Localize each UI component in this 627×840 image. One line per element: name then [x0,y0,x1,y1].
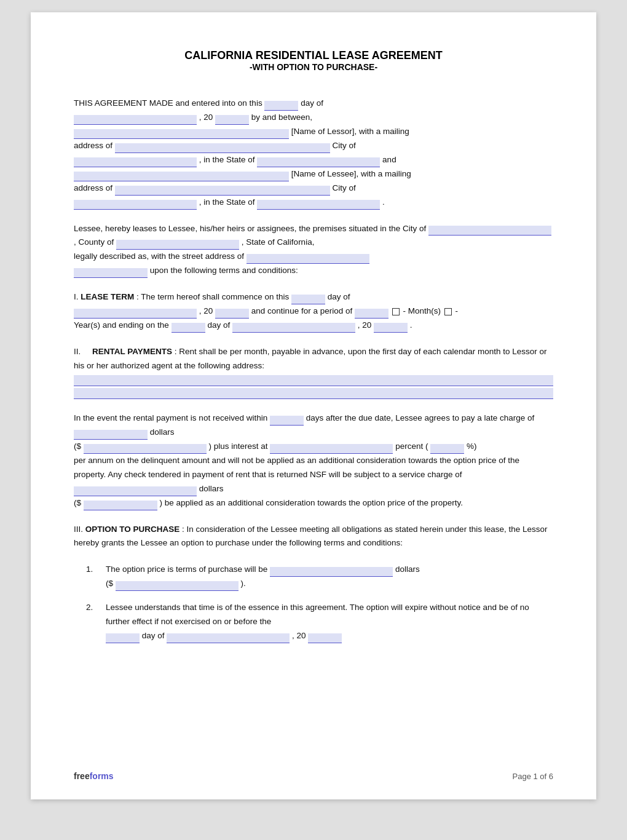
blank-rental-address2[interactable] [74,388,553,399]
state-of-label: , in the State of [199,155,255,164]
section1-comma20: , 20 [199,306,213,315]
blank-commence-day[interactable] [291,295,325,304]
late-per-annum: per annum on the delinquent amount and w… [74,456,519,479]
section1-years-label: Year(s) and ending on the [74,320,169,330]
footer: freeforms Page 1 of 6 [74,771,553,781]
lease-term-section: I. LEASE TERM : The term hereof shall co… [74,290,553,333]
page-number: Page 1 of 6 [513,772,554,781]
legally-label: legally described as, with the street ad… [74,252,244,261]
document-page: CALIFORNIA RESIDENTIAL LEASE AGREEMENT -… [31,12,596,799]
blank-city[interactable] [428,226,551,236]
late-dollars: dollars [150,427,175,437]
blank-rental-address1[interactable] [74,375,553,386]
blank-end-day[interactable] [172,323,205,333]
section1-day-of2: day of [207,320,230,330]
blank-nsf-amount[interactable] [84,501,157,510]
blank-day[interactable] [264,101,298,111]
list-section: 1. The option price is terms of purchase… [74,563,553,643]
blank-percent-value[interactable] [430,444,464,454]
late-days-after: days after the due date, Lessee agrees t… [306,413,535,422]
blank-commence-year[interactable] [215,309,249,319]
section1-text1: : The term hereof shall commence on this [136,292,289,301]
years-checkbox[interactable] [444,308,452,315]
blank-option-amount[interactable] [116,581,239,591]
blank-year[interactable] [215,115,249,125]
section3-heading: OPTION TO PURCHASE [85,525,180,534]
brand-free: free [74,771,90,781]
blank-month[interactable] [74,115,197,125]
list-num-2: 2. [86,601,98,643]
city-of2-label: City of [333,183,356,192]
title-section: CALIFORNIA RESIDENTIAL LEASE AGREEMENT -… [74,49,553,72]
brand-forms: forms [90,771,114,781]
blank-lessee-name[interactable] [74,172,289,181]
rental-payments-section: II. RENTAL PAYMENTS : Rent shall be per … [74,345,553,399]
list-num-1: 1. [86,563,98,591]
and-text: and [382,155,396,164]
document-subtitle: -WITH OPTION TO PURCHASE- [74,62,553,72]
section2-label: II. [74,347,81,356]
blank-lessor-name[interactable] [74,129,289,139]
late-percent-label: percent ( [395,442,428,451]
blank-lessor-address[interactable] [115,143,330,153]
list-item1-end: ). [241,579,246,588]
lessor-label: [Name of Lessor], with a mailing [291,127,409,136]
premises-section: Lessee, hereby leases to Lessee, his/her… [74,222,553,279]
premises-text1: Lessee, hereby leases to Lessee, his/her… [74,224,426,233]
document-title: CALIFORNIA RESIDENTIAL LEASE AGREEMENT [74,49,553,62]
blank-expire-day-text[interactable] [106,633,140,643]
list-item2-content: Lessee understands that time is of the e… [106,601,553,643]
list-item2-comma20: , 20 [292,631,306,640]
blank-late-amount[interactable] [84,444,207,454]
option-purchase-section: III. OPTION TO PURCHASE : In considerati… [74,523,553,551]
blank-end-month[interactable] [232,323,355,333]
list-item1-text1: The option price is terms of purchase wi… [106,565,267,574]
blank-days[interactable] [270,416,304,426]
blank-expire-month[interactable] [167,633,290,643]
intro-section: THIS AGREEMENT MADE and entered into on … [74,97,553,210]
months-checkbox[interactable] [392,308,400,315]
list-item-2: 2. Lessee understands that time is of th… [74,601,553,643]
blank-county[interactable] [116,240,239,250]
section1-months-label: - Month(s) [403,306,441,315]
section2-heading: RENTAL PAYMENTS [92,347,172,356]
state-ca-label: , State of California, [242,237,315,247]
list-item1-dollars: dollars [395,565,420,574]
late-text1: In the event the rental payment is not r… [74,413,267,422]
blank-end-year[interactable] [374,323,408,333]
intro-line1-pre: THIS AGREEMENT MADE and entered into on … [74,98,262,108]
intro-line2-post: , 20 [199,113,213,122]
blank-expire-year[interactable] [308,633,342,643]
blank-lessor-state[interactable] [257,157,380,167]
list-item-1: 1. The option price is terms of purchase… [74,563,553,591]
blank-nsf-charge[interactable] [74,486,197,496]
blank-period[interactable] [355,309,388,319]
section1-heading: LEASE TERM [81,292,134,301]
blank-interest-rate[interactable] [270,444,393,454]
late-dollar-sign2: ($ [74,498,81,507]
list-item2-day-of: day of [142,631,165,640]
section3-label: III. [74,525,83,534]
list-item2-text1: Lessee understands that time is of the e… [106,603,529,626]
upon-label: upon the following terms and conditions: [150,266,298,275]
late-payment-section: In the event the rental payment is not r… [74,411,553,510]
blank-lessor-city[interactable] [74,157,197,167]
list-item1-dollar-sign: ($ [106,579,113,588]
section1-day-of: day of [328,292,350,301]
late-dollars2: dollars [199,484,224,493]
lessee-label: [Name of Lessee], with a mailing [291,169,411,178]
blank-lessee-address[interactable] [115,186,330,196]
section1-dash: - [455,306,459,315]
blank-commence-month[interactable] [74,309,197,319]
brand-logo: freeforms [74,771,114,781]
intro-line2-end: by and between, [251,113,312,122]
blank-lessee-state[interactable] [257,200,380,210]
section1-comma202: , 20 [358,320,372,330]
blank-street-address[interactable] [246,254,369,264]
blank-description[interactable] [74,268,148,278]
section1-label: I. [74,292,79,301]
blank-option-price[interactable] [270,567,393,577]
address-of-label: address of [74,141,112,150]
blank-late-charge[interactable] [74,430,148,440]
blank-lessee-city[interactable] [74,200,197,210]
